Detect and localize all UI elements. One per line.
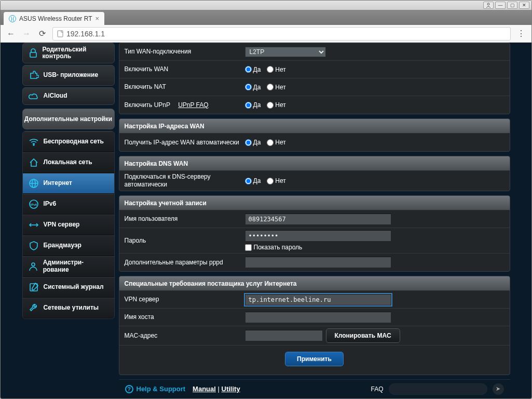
browser-tab[interactable]: ASUS Wireless Router RT ×: [4, 12, 104, 25]
wifi-favicon-icon: [9, 15, 16, 22]
footer-links: Manual | Utility: [193, 385, 240, 393]
user-icon[interactable]: [483, 2, 494, 9]
sidebar-item-syslog[interactable]: Системный журнал: [23, 277, 114, 298]
svg-point-8: [32, 263, 35, 266]
sidebar-item-lan[interactable]: Локальная сеть: [23, 152, 114, 173]
sidebar-item-usb[interactable]: USB- приложение: [22, 65, 115, 86]
minimize-icon[interactable]: —: [495, 2, 506, 9]
dns-auto-no[interactable]: Нет: [267, 177, 285, 184]
log-icon: [28, 282, 39, 293]
back-icon[interactable]: ←: [6, 29, 16, 38]
faq-search-button[interactable]: ➤: [493, 383, 504, 395]
sidebar-item-label: Системный журнал: [44, 284, 104, 291]
sidebar-item-nettools[interactable]: Сетевые утилиты: [23, 298, 114, 318]
sidebar-item-label: AiCloud: [44, 92, 67, 99]
tab-close-icon[interactable]: ×: [95, 15, 99, 22]
panel-isp: Специальные требования поставщика услуг …: [119, 276, 510, 375]
enable-wan-no[interactable]: Нет: [267, 66, 285, 73]
faq-label: FAQ: [371, 385, 383, 393]
main-content: Тип WAN-подключения L2TP Включить WAN Да…: [119, 43, 510, 398]
url-text: 192.168.1.1: [66, 30, 105, 38]
enable-nat-yes[interactable]: Да: [245, 84, 261, 91]
sidebar-item-label: Локальная сеть: [44, 159, 92, 166]
enable-nat-label: Включить NAT: [125, 83, 245, 91]
help-icon: ?: [125, 385, 133, 393]
vpn-server-label: VPN сервер: [125, 296, 245, 303]
vpn-server-input[interactable]: [245, 294, 391, 305]
manual-link[interactable]: Manual: [193, 385, 216, 393]
sidebar: Родительский контроль USB- приложение Ai…: [22, 43, 115, 398]
sidebar-item-ipv6[interactable]: IPv6 IPv6: [23, 194, 114, 215]
sidebar-item-label: IPv6: [44, 201, 57, 208]
sidebar-item-label: Беспроводная сеть: [44, 138, 104, 145]
pppd-input[interactable]: [245, 257, 391, 268]
puzzle-icon: [28, 70, 39, 81]
ip-auto-yes[interactable]: Да: [245, 139, 261, 146]
enable-nat-no[interactable]: Нет: [267, 84, 285, 91]
hostname-input[interactable]: [245, 312, 391, 323]
panel-dns-wan: Настройка DNS WAN Подключаться к DNS-сер…: [119, 156, 510, 191]
enable-wan-yes[interactable]: Да: [245, 66, 261, 73]
sidebar-item-label: Администри- рование: [43, 259, 109, 274]
home-icon: [28, 157, 39, 168]
password-input[interactable]: [245, 230, 391, 242]
sidebar-item-label: Брандмауэр: [44, 242, 81, 249]
dns-auto-yes[interactable]: Да: [245, 177, 261, 184]
ip-auto-label: Получить IP-адрес WAN автоматически: [125, 139, 245, 147]
wifi-icon: [28, 136, 39, 148]
address-bar: ← → ⟳ 192.168.1.1 ⋮: [1, 25, 531, 43]
utility-link[interactable]: Utility: [222, 385, 240, 393]
ip-auto-no[interactable]: Нет: [267, 139, 285, 146]
username-input[interactable]: [245, 214, 391, 225]
mac-label: MAC-адрес: [125, 332, 245, 340]
panel-account: Настройка учетной записи Имя пользовател…: [119, 195, 510, 272]
sidebar-section-title: Дополнительные настройки: [22, 109, 115, 129]
panel-isp-title: Специальные требования поставщика услуг …: [119, 276, 510, 291]
vpn-icon: [28, 219, 39, 231]
enable-upnp-yes[interactable]: Да: [245, 101, 261, 109]
show-password-toggle[interactable]: Показать пароль: [245, 244, 391, 251]
mac-input[interactable]: [245, 330, 323, 341]
menu-dots-icon[interactable]: ⋮: [516, 29, 526, 38]
sidebar-item-firewall[interactable]: Брандмауэр: [23, 235, 114, 256]
help-support-link[interactable]: ? Help & Support: [125, 385, 186, 393]
tab-title: ASUS Wireless Router RT: [19, 15, 92, 22]
clone-mac-button[interactable]: Клонировать MAC: [326, 328, 400, 343]
shield-icon: [28, 240, 39, 251]
upnp-faq-link[interactable]: UPnP FAQ: [178, 101, 208, 109]
url-input[interactable]: 192.168.1.1: [52, 27, 511, 41]
username-label: Имя пользователя: [125, 215, 245, 223]
sidebar-item-parental[interactable]: Родительский контроль: [22, 43, 115, 63]
hostname-label: Имя хоста: [125, 313, 245, 321]
wan-type-label: Тип WAN-подключения: [125, 48, 245, 56]
globe-icon: [28, 178, 39, 189]
enable-upnp-label: Включить UPnP UPnP FAQ: [125, 101, 245, 109]
wan-type-select[interactable]: L2TP: [245, 47, 326, 57]
ipv6-icon: IPv6: [28, 198, 39, 210]
enable-upnp-no[interactable]: Нет: [267, 101, 285, 109]
window-title-bar: — ▢ ✕: [1, 1, 531, 10]
svg-point-3: [33, 144, 34, 145]
sidebar-item-internet[interactable]: Интернет: [23, 173, 114, 194]
svg-text:IPv6: IPv6: [30, 203, 37, 206]
enable-wan-label: Включить WAN: [125, 65, 245, 73]
panel-ip-wan: Настройка IP-адреса WAN Получить IP-адре…: [119, 118, 510, 152]
panel-dns-title: Настройка DNS WAN: [119, 156, 510, 171]
reload-icon[interactable]: ⟳: [37, 29, 47, 38]
sidebar-item-admin[interactable]: Администри- рование: [23, 256, 114, 277]
svg-point-0: [487, 3, 489, 5]
sidebar-item-label: Сетевые утилиты: [44, 304, 99, 312]
svg-rect-2: [30, 52, 36, 57]
sidebar-item-wireless[interactable]: Беспроводная сеть: [23, 131, 114, 152]
faq-search-input[interactable]: [389, 383, 487, 395]
maximize-icon[interactable]: ▢: [507, 2, 517, 9]
lock-icon: [28, 47, 38, 59]
close-icon[interactable]: ✕: [519, 2, 529, 9]
sidebar-item-vpn[interactable]: VPN сервер: [23, 215, 114, 235]
apply-button[interactable]: Применить: [285, 352, 344, 366]
forward-icon[interactable]: →: [21, 29, 32, 38]
footer-bar: ? Help & Support Manual | Utility FAQ ➤: [119, 379, 510, 398]
sidebar-item-label: USB- приложение: [44, 72, 99, 78]
sidebar-item-aicloud[interactable]: AiCloud: [22, 87, 115, 105]
sidebar-item-label: Родительский контроль: [43, 46, 109, 60]
